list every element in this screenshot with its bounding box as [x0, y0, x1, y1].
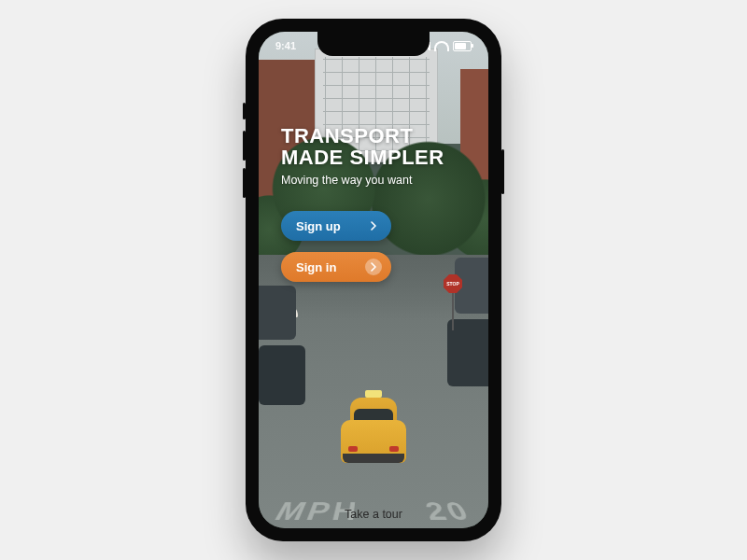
auth-buttons: Sign up Sign in [281, 211, 391, 282]
status-time: 9:41 [275, 40, 296, 51]
silent-switch [243, 103, 246, 119]
volume-up-button [243, 131, 246, 161]
wifi-icon [434, 41, 449, 51]
take-a-tour-link[interactable]: Take a tour [259, 508, 488, 521]
hero-content: TRANSPORT MADE SIMPLER Moving the way yo… [259, 32, 488, 528]
tagline: Moving the way you want [281, 174, 466, 187]
battery-icon [453, 41, 472, 51]
phone-frame: MPH 20 STOP [246, 19, 501, 541]
notch [317, 32, 430, 56]
sign-up-label: Sign up [296, 219, 365, 233]
power-button [501, 149, 504, 194]
sign-in-button[interactable]: Sign in [281, 252, 391, 282]
take-a-tour-label: Take a tour [345, 508, 402, 521]
volume-down-button [243, 168, 246, 198]
screen: MPH 20 STOP [259, 32, 488, 528]
headline: TRANSPORT MADE SIMPLER [281, 125, 466, 168]
chevron-right-icon [365, 217, 382, 234]
sign-up-button[interactable]: Sign up [281, 211, 391, 241]
stage: MPH 20 STOP [0, 0, 747, 560]
sign-in-label: Sign in [296, 260, 365, 274]
chevron-right-icon [365, 259, 382, 275]
